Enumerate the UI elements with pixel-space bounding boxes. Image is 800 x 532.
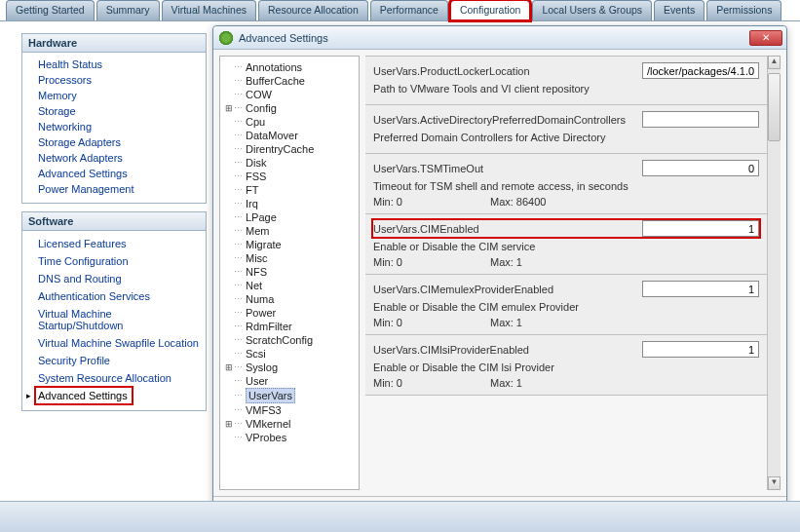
scroll-thumb[interactable] (768, 73, 781, 141)
tree-item[interactable]: ⋯Scsi (222, 347, 357, 361)
tree-expand-icon[interactable]: ⊞ (224, 101, 234, 115)
tree-item[interactable]: ⋯Misc (222, 251, 357, 265)
tree-item-label: ScratchConfig (246, 333, 313, 347)
tree-item[interactable]: ⋯Disk (222, 156, 357, 170)
tree-item-label: Irq (246, 197, 258, 210)
tree-item[interactable]: ⋯NFS (222, 265, 357, 279)
setting-description: Timeout for TSM shell and remote access,… (373, 180, 759, 192)
tree-item[interactable]: ⋯RdmFilter (222, 320, 357, 333)
hardware-link[interactable]: Processors (24, 72, 204, 88)
software-header: Software (22, 212, 206, 231)
setting-minmax: Min: 0Max: 86400 (373, 196, 759, 208)
software-link[interactable]: DNS and Routing (36, 271, 126, 286)
tree-item[interactable]: ⋯Power (222, 306, 357, 320)
tree-item[interactable]: ⋯User (222, 374, 357, 388)
setting-value-input[interactable] (642, 160, 759, 176)
tree-connector-icon: ⋯ (234, 389, 243, 402)
tree-connector-icon: ⋯ (234, 60, 243, 74)
setting-minmax: Min: 0Max: 1 (373, 256, 759, 268)
hardware-link[interactable]: Health Status (24, 57, 204, 72)
tab-local-users-groups[interactable]: Local Users & Groups (532, 0, 652, 20)
settings-scrollbar[interactable]: ▲ ▼ (767, 56, 781, 490)
tree-item[interactable]: ⋯DirentryCache (222, 142, 357, 156)
tab-events[interactable]: Events (654, 0, 705, 20)
software-panel: Software Licensed FeaturesTime Configura… (21, 211, 207, 411)
tree-item[interactable]: ⊞⋯VMkernel (222, 417, 357, 431)
software-link[interactable]: Licensed Features (36, 236, 131, 251)
tree-expand-icon[interactable]: ⊞ (224, 361, 234, 374)
tree-item-label: Disk (246, 156, 266, 170)
tree-item[interactable]: ⋯ScratchConfig (222, 333, 357, 347)
tree-item[interactable]: ⋯BufferCache (222, 74, 357, 88)
setting-minmax: Min: 0Max: 1 (373, 317, 759, 328)
tree-item[interactable]: ⋯Numa (222, 292, 357, 306)
tab-summary[interactable]: Summary (96, 0, 160, 20)
tree-item[interactable]: ⋯Cpu (222, 115, 357, 129)
tree-item[interactable]: ⋯FT (222, 183, 357, 197)
setting-minmax: Min: 0Max: 1 (373, 377, 759, 389)
setting-value-input[interactable] (642, 281, 759, 297)
scroll-up-icon[interactable]: ▲ (768, 56, 781, 69)
settings-tree[interactable]: ⋯Annotations⋯BufferCache⋯COW⊞⋯Config⋯Cpu… (219, 56, 360, 490)
tree-item[interactable]: ⋯Irq (222, 197, 357, 210)
software-link[interactable]: Time Configuration (36, 253, 133, 269)
setting-value-input[interactable] (642, 341, 759, 358)
tab-virtual-machines[interactable]: Virtual Machines (162, 0, 256, 20)
tree-connector-icon: ⋯ (234, 170, 243, 183)
tree-item[interactable]: ⋯DataMover (222, 129, 357, 142)
hardware-link[interactable]: Network Adapters (24, 150, 204, 166)
tree-item[interactable]: ⊞⋯Syslog (222, 361, 357, 374)
setting-name: UserVars.ProductLockerLocation (373, 65, 642, 77)
tab-configuration[interactable]: Configuration (450, 0, 530, 20)
hardware-link[interactable]: Advanced Settings (24, 166, 204, 181)
tree-item[interactable]: ⋯VProbes (222, 431, 357, 444)
tree-item[interactable]: ⋯Migrate (222, 238, 357, 251)
tree-item[interactable]: ⋯FSS (222, 170, 357, 183)
setting-value-input[interactable] (642, 111, 759, 128)
software-link[interactable]: System Resource Allocation (36, 370, 175, 386)
hardware-link[interactable]: Memory (24, 88, 204, 103)
tree-item-label: FSS (246, 170, 266, 183)
tree-expand-icon[interactable]: ⊞ (224, 417, 234, 431)
tree-item[interactable]: ⋯Net (222, 279, 357, 292)
settings-list-pane: UserVars.ProductLockerLocationPath to VM… (365, 56, 781, 490)
setting-value-input[interactable] (642, 220, 759, 237)
tree-connector-icon: ⋯ (234, 74, 243, 88)
tree-item[interactable]: ⋯Mem (222, 224, 357, 238)
tree-item[interactable]: ⋯UserVars (222, 388, 357, 403)
software-link[interactable]: Virtual Machine Swapfile Location (36, 335, 203, 351)
scroll-down-icon[interactable]: ▼ (768, 476, 781, 490)
close-button[interactable]: ✕ (749, 30, 782, 46)
tree-item[interactable]: ⋯COW (222, 88, 357, 101)
hardware-link[interactable]: Storage (24, 103, 204, 119)
software-link[interactable]: Virtual Machine Startup/Shutdown (36, 306, 204, 333)
tree-item-label: LPage (246, 210, 277, 224)
hardware-link[interactable]: Networking (24, 119, 204, 134)
tree-item-label: BufferCache (246, 74, 305, 88)
setting-name: UserVars.ActiveDirectoryPreferredDomainC… (373, 114, 642, 126)
tree-item-label: Migrate (246, 238, 282, 251)
tree-item[interactable]: ⋯VMFS3 (222, 403, 357, 417)
tree-item-label: Config (246, 101, 277, 115)
software-link[interactable]: Security Profile (36, 353, 114, 368)
setting-description: Preferred Domain Controllers for Active … (373, 132, 759, 143)
dialog-titlebar[interactable]: Advanced Settings ✕ (213, 26, 786, 50)
software-link[interactable]: Advanced Settings (36, 388, 132, 403)
tree-item-label: VMFS3 (246, 403, 282, 417)
tab-performance[interactable]: Performance (370, 0, 448, 20)
tree-item[interactable]: ⋯LPage (222, 210, 357, 224)
hardware-link[interactable]: Power Management (24, 181, 204, 197)
dialog-title: Advanced Settings (239, 32, 749, 44)
software-link[interactable]: Authentication Services (36, 288, 154, 304)
tab-getting-started[interactable]: Getting Started (6, 0, 95, 20)
tree-item-label: Annotations (246, 60, 302, 74)
tree-item[interactable]: ⋯Annotations (222, 60, 357, 74)
hardware-link[interactable]: Storage Adapters (24, 134, 204, 150)
tree-item[interactable]: ⊞⋯Config (222, 101, 357, 115)
setting-value-input[interactable] (642, 62, 759, 79)
tree-item-label: FT (246, 183, 258, 197)
tab-resource-allocation[interactable]: Resource Allocation (258, 0, 368, 20)
tab-permissions[interactable]: Permissions (706, 0, 781, 20)
tree-connector-icon: ⋯ (234, 197, 243, 210)
advanced-settings-dialog: Advanced Settings ✕ ⋯Annotations⋯BufferC… (212, 25, 787, 530)
